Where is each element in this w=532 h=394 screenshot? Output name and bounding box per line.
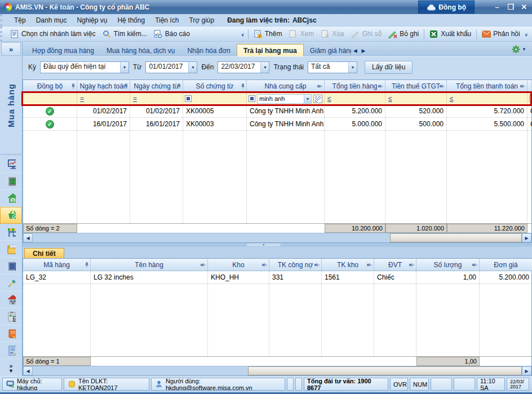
- pin-icon[interactable]: [177, 83, 181, 89]
- sidebar-item-invoice-folder[interactable]: [0, 241, 22, 258]
- toolbar-button-xu-t-kh-u[interactable]: Xuất khẩu: [426, 28, 475, 39]
- sidebar-collapse-button[interactable]: »: [1, 42, 21, 56]
- filter-checkbox-icon[interactable]: [185, 95, 192, 102]
- column-header[interactable]: ĐVT: [374, 259, 416, 271]
- scrollbar-thumb[interactable]: [248, 366, 522, 375]
- scroll-left-icon[interactable]: ◀: [23, 233, 33, 242]
- pin-icon[interactable]: [366, 263, 373, 267]
- pin-icon[interactable]: [314, 263, 320, 267]
- menu-item-1[interactable]: Tệp: [9, 15, 31, 25]
- column-header[interactable]: Tiền thuế GTGT: [385, 80, 447, 92]
- pane-splitter[interactable]: ▼: [23, 243, 532, 247]
- table-row[interactable]: ✓01/02/201701/02/2017XK00005Công ty TNHH…: [23, 105, 531, 118]
- column-header[interactable]: Nhà cung cấp: [247, 80, 325, 92]
- filter-cell[interactable]: =: [77, 92, 130, 105]
- chevron-down-icon[interactable]: ▼: [188, 62, 197, 73]
- toolbar-overflow-icon[interactable]: ‥▾: [524, 31, 530, 37]
- chevron-down-icon[interactable]: ▼: [304, 95, 311, 103]
- sidebar-item-purchase[interactable]: ✓: [0, 207, 22, 224]
- pin-icon[interactable]: [472, 263, 478, 267]
- minimize-button[interactable]: –: [493, 3, 502, 11]
- table-row[interactable]: LG_32LG 32 inchesKHO_HH3311561Chiếc1,005…: [23, 271, 531, 284]
- table-row[interactable]: ✓16/01/201716/01/2017XK00003Công ty TNHH…: [23, 118, 531, 131]
- column-header[interactable]: Tên hàng: [91, 259, 208, 271]
- horizontal-scrollbar[interactable]: ◀▶: [23, 366, 531, 375]
- pin-icon[interactable]: [85, 262, 89, 268]
- column-header[interactable]: Tổng tiền thanh toán: [447, 80, 527, 92]
- sidebar-item-fixed-assets[interactable]: [0, 291, 22, 308]
- toolbar-button-ch-n-chi-nh-nh-l-m-vi-c[interactable]: Chọn chi nhánh làm việc: [7, 28, 99, 39]
- tab-hợp-đồng-mua-hàng[interactable]: Hợp đồng mua hàng: [26, 45, 100, 56]
- scroll-right-icon[interactable]: ▶: [522, 233, 531, 242]
- sidebar-item-bank-deposit[interactable]: $: [0, 190, 22, 207]
- scroll-left-icon[interactable]: ◀: [23, 366, 33, 375]
- filter-cell[interactable]: minh anh▼: [247, 92, 325, 105]
- column-header[interactable]: Mã hàng: [23, 259, 91, 271]
- menu-item-2[interactable]: Danh mục: [31, 15, 72, 25]
- menu-item-6[interactable]: Trợ giúp: [184, 15, 219, 25]
- filter-cell[interactable]: =: [130, 92, 183, 105]
- menu-item-5[interactable]: Tiện ích: [150, 15, 184, 25]
- pin-icon[interactable]: [200, 263, 206, 267]
- sidebar-item-warehouse[interactable]: [0, 258, 22, 275]
- filter-cell[interactable]: [527, 92, 532, 105]
- chevron-down-icon[interactable]: ▼: [260, 62, 269, 73]
- scrollbar-track[interactable]: [33, 366, 522, 375]
- supplier-filter-input[interactable]: minh anh▼: [257, 94, 312, 104]
- column-header[interactable]: Số lượng: [416, 259, 480, 271]
- edit-filter-icon[interactable]: [313, 95, 322, 103]
- to-date-input[interactable]: 22/03/2017 ▼: [218, 61, 269, 73]
- sidebar-item-sales[interactable]: [0, 224, 22, 241]
- filter-cell[interactable]: [183, 92, 247, 105]
- menu-item-4[interactable]: Hệ thống: [112, 15, 150, 25]
- tab-giảm-giá-hàng[interactable]: Giảm giá hàng: [304, 45, 351, 56]
- sync-button[interactable]: Đồng bộ: [418, 1, 475, 14]
- grid-settings-button[interactable]: ▼: [508, 43, 530, 55]
- tab-scroll-right-icon[interactable]: ▶: [360, 45, 368, 56]
- period-select[interactable]: Đầu quý đến hiện tại ▼: [40, 61, 129, 73]
- toolbar-overflow-icon[interactable]: ‥▾: [240, 31, 246, 37]
- pin-icon[interactable]: [439, 84, 445, 88]
- column-header[interactable]: Số chứng từ: [183, 80, 247, 92]
- column-header[interactable]: Ngày chứng từ: [130, 80, 183, 92]
- close-button[interactable]: ✕: [520, 3, 529, 11]
- column-header[interactable]: TK kho: [322, 259, 374, 271]
- status-select[interactable]: Tất cả ▼: [308, 61, 357, 73]
- scrollbar-track[interactable]: [33, 233, 522, 242]
- toolbar-button-t-m-ki-m-[interactable]: Tìm kiếm...: [99, 28, 150, 39]
- pin-icon[interactable]: [71, 83, 76, 89]
- sidebar-item-cash-fund[interactable]: [0, 173, 22, 190]
- column-header[interactable]: Kho: [208, 259, 269, 271]
- toolbar-button-b-ghi[interactable]: Bỏ ghi: [385, 28, 422, 39]
- pin-icon[interactable]: [124, 83, 128, 89]
- chevron-down-icon[interactable]: ▼: [120, 62, 128, 73]
- filter-cell[interactable]: ≤: [325, 92, 385, 105]
- maximize-button[interactable]: ❒: [506, 3, 515, 11]
- menu-item-3[interactable]: Nghiệp vụ: [72, 15, 112, 25]
- sidebar-overflow-button[interactable]: »▾: [0, 361, 22, 376]
- pin-icon[interactable]: [409, 263, 415, 267]
- column-header[interactable]: Tổng tiền hàng: [325, 80, 385, 92]
- pin-icon[interactable]: [520, 84, 526, 88]
- filter-cell[interactable]: ≤: [385, 92, 447, 105]
- toolbar-button-ph-n-h-i[interactable]: Phản hồi: [478, 28, 523, 39]
- toolbar-button-th-m[interactable]: Thêm: [250, 28, 286, 39]
- column-header[interactable]: [527, 80, 532, 92]
- scrollbar-thumb[interactable]: [390, 233, 522, 242]
- tab-trả-lại-hàng-mua[interactable]: Trả lại hàng mua: [237, 44, 304, 56]
- filter-checkbox-icon[interactable]: [529, 95, 532, 102]
- pin-icon[interactable]: [317, 84, 323, 88]
- sidebar-item-dashboard[interactable]: [0, 156, 22, 173]
- pin-icon[interactable]: [241, 83, 245, 89]
- column-header[interactable]: Ngày hạch toán: [77, 80, 130, 92]
- pin-icon[interactable]: [378, 84, 384, 88]
- load-data-button[interactable]: Lấy dữ liệu: [365, 61, 413, 74]
- pin-icon[interactable]: [261, 263, 268, 267]
- sidebar-item-cost-calculation[interactable]: [0, 308, 22, 325]
- filter-cell[interactable]: [23, 92, 77, 105]
- column-header[interactable]: Đồng bộ: [23, 80, 77, 92]
- sidebar-item-general-ledger[interactable]: [0, 325, 22, 342]
- column-header[interactable]: TK công nợ: [269, 259, 322, 271]
- scroll-right-icon[interactable]: ▶: [522, 366, 531, 375]
- horizontal-scrollbar[interactable]: ◀▶: [23, 233, 531, 242]
